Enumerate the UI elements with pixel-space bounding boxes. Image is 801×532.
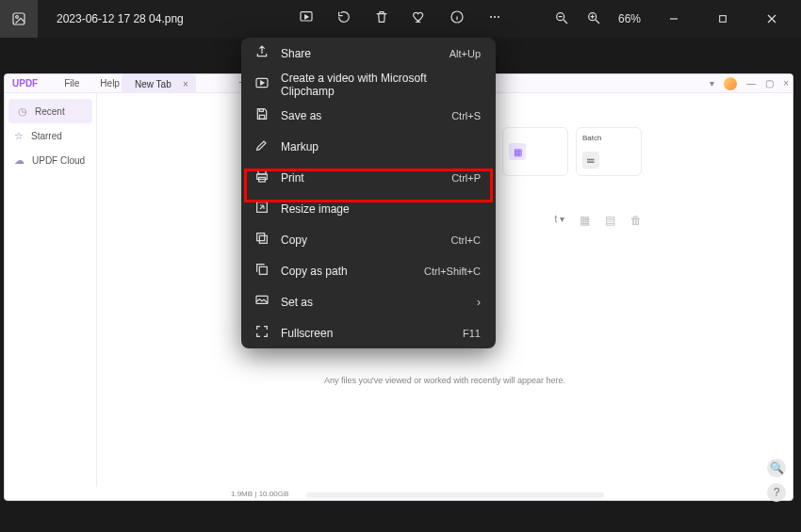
ctx-markup[interactable]: Markup	[241, 131, 496, 162]
toolbar-center	[299, 9, 502, 28]
sidebar-item-starred[interactable]: ☆ Starred	[5, 123, 96, 148]
window-close[interactable]	[756, 5, 788, 33]
tab-new[interactable]: New Tab ×	[122, 74, 196, 93]
card-batch[interactable]: Batch ⩸	[576, 127, 642, 176]
storage-status: 1.9MB | 10.00GB	[231, 490, 288, 498]
sidebar-label: UPDF Cloud	[32, 155, 85, 166]
favorite-icon[interactable]	[412, 9, 427, 28]
ctx-set-as[interactable]: Set as ›	[241, 286, 496, 317]
float-search[interactable]: 🔍	[767, 459, 786, 477]
star-icon: ☆	[14, 130, 24, 142]
rotate-icon[interactable]	[336, 9, 351, 28]
sidebar-item-recent[interactable]: ◷ Recent	[8, 99, 92, 123]
updf-dropdown-icon[interactable]: ▾	[710, 78, 714, 89]
slideshow-icon[interactable]	[299, 9, 314, 28]
print-icon	[254, 169, 270, 186]
sort-dropdown[interactable]: t ▾	[554, 214, 564, 227]
updf-close[interactable]: ×	[783, 78, 789, 89]
clipchamp-icon	[254, 75, 270, 93]
updf-logo: UPDF	[12, 78, 38, 89]
window-minimize[interactable]	[658, 5, 690, 33]
sidebar-item-cloud[interactable]: ☁ UPDF Cloud	[5, 148, 96, 172]
sidebar-label: Starred	[31, 131, 62, 141]
updf-menu: File Help	[64, 78, 120, 89]
zoom-level[interactable]: 66%	[618, 12, 641, 25]
file-name: 2023-06-12 17 28 04.png	[57, 12, 184, 25]
resize-icon	[254, 200, 270, 218]
ctx-label: Share	[281, 47, 311, 60]
more-icon[interactable]	[487, 9, 502, 28]
svg-point-6	[498, 16, 499, 18]
svg-rect-19	[259, 266, 267, 274]
ctx-label: Save as	[281, 109, 321, 122]
ctx-fullscreen[interactable]: Fullscreen F11	[241, 317, 496, 348]
ctx-print[interactable]: Print Ctrl+P	[241, 162, 496, 193]
svg-rect-13	[258, 170, 266, 174]
svg-point-5	[494, 16, 496, 18]
view-tool-row: t ▾ ▦ ▤ 🗑	[554, 214, 642, 227]
ctx-label: Markup	[281, 140, 319, 153]
grid-view-icon[interactable]: ▦	[580, 214, 590, 227]
ctx-save-as[interactable]: Save as Ctrl+S	[241, 100, 496, 131]
ctx-copy[interactable]: Copy Ctrl+C	[241, 224, 496, 255]
copy-icon	[254, 231, 270, 249]
cloud-icon: ☁	[14, 154, 25, 167]
zoom-in-icon[interactable]	[586, 10, 601, 28]
card-action[interactable]: ▦	[502, 127, 568, 176]
chevron-right-icon: ›	[477, 296, 481, 309]
ctx-copy-path[interactable]: Copy as path Ctrl+Shift+C	[241, 255, 496, 286]
delete-icon[interactable]	[374, 9, 389, 28]
ctx-label: Resize image	[281, 202, 350, 216]
window-restore[interactable]	[707, 5, 739, 33]
ctx-label: Create a video with Microsoft Clipchamp	[281, 72, 481, 98]
empty-message: Any files you've viewed or worked with r…	[324, 376, 565, 385]
ctx-label: Print	[281, 171, 304, 185]
batch-icon: ⩸	[582, 152, 599, 169]
svg-rect-11	[259, 115, 264, 119]
svg-rect-12	[259, 109, 263, 112]
tab-close-icon[interactable]: ×	[183, 79, 188, 89]
list-view-icon[interactable]: ▤	[605, 214, 615, 227]
card-icon: ▦	[509, 143, 526, 160]
path-icon	[254, 262, 270, 280]
scrollbar[interactable]	[306, 492, 604, 498]
photos-title-bar: 2023-06-12 17 28 04.png 66%	[0, 0, 801, 38]
svg-rect-0	[13, 13, 25, 24]
ctx-shortcut: Ctrl+P	[451, 172, 481, 184]
ctx-label: Copy	[281, 234, 307, 247]
updf-maximize[interactable]: ▢	[765, 78, 774, 89]
share-icon	[254, 44, 270, 62]
ctx-resize[interactable]: Resize image	[241, 193, 496, 224]
updf-window-controls: ▾ — ▢ ×	[710, 77, 789, 90]
menu-file[interactable]: File	[64, 78, 79, 89]
avatar[interactable]	[724, 77, 737, 90]
ctx-clipchamp[interactable]: Create a video with Microsoft Clipchamp	[241, 69, 496, 100]
save-icon	[254, 106, 270, 124]
ctx-shortcut: Ctrl+S	[451, 110, 481, 121]
trash-icon[interactable]: 🗑	[630, 214, 642, 227]
toolbar-right: 66%	[554, 5, 801, 33]
markup-icon	[254, 137, 270, 155]
svg-rect-18	[257, 234, 265, 241]
ctx-shortcut: Alt+Up	[450, 48, 481, 59]
svg-rect-17	[259, 235, 267, 243]
setas-icon	[254, 293, 270, 311]
thumbnail-icon[interactable]	[0, 0, 38, 38]
zoom-out-icon[interactable]	[554, 10, 569, 28]
card-label: Batch	[582, 134, 601, 142]
menu-help[interactable]: Help	[100, 78, 120, 89]
context-menu: Share Alt+Up Create a video with Microso…	[241, 38, 496, 348]
ctx-label: Set as	[281, 296, 313, 309]
recent-icon: ◷	[18, 105, 27, 118]
updf-minimize[interactable]: —	[746, 78, 756, 89]
ctx-shortcut: Ctrl+Shift+C	[424, 266, 481, 277]
float-help[interactable]: ?	[767, 483, 786, 502]
updf-statusbar: 1.9MB | 10.00GB	[5, 487, 793, 500]
svg-point-4	[490, 16, 492, 18]
ctx-share[interactable]: Share Alt+Up	[241, 38, 496, 69]
ctx-shortcut: Ctrl+C	[451, 234, 481, 246]
info-icon[interactable]	[450, 9, 465, 28]
fullscreen-icon	[254, 324, 270, 342]
tab-label: New Tab	[135, 79, 172, 89]
sidebar-label: Recent	[35, 106, 65, 117]
